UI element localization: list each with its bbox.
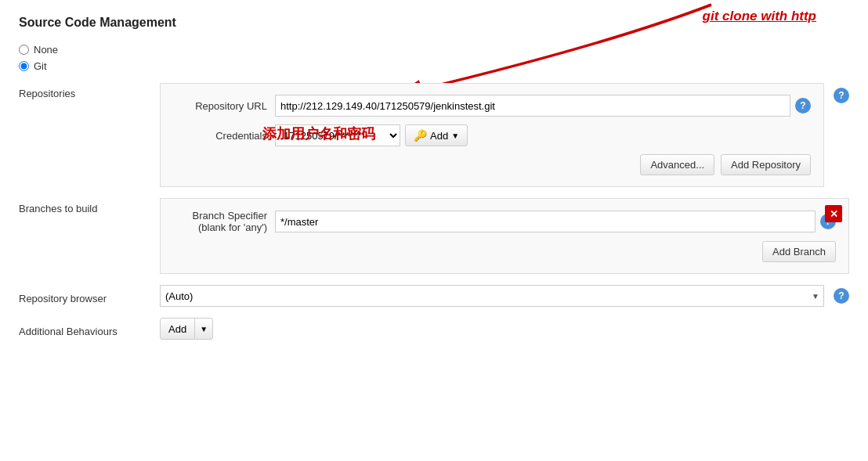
add-dropdown-arrow-icon: ▼ xyxy=(451,131,459,140)
repo-browser-help-icon[interactable]: ? xyxy=(834,288,849,304)
none-label[interactable]: None xyxy=(34,44,58,56)
add-behaviours-button[interactable]: Add ▼ xyxy=(160,318,213,340)
credentials-label: Credentials xyxy=(173,130,275,142)
annotation-wrapper: git clone with http Repository URL xyxy=(160,83,824,187)
repository-url-row: Repository URL ? xyxy=(173,95,811,117)
advanced-button[interactable]: Advanced... xyxy=(640,154,714,175)
git-radio-row: Git xyxy=(19,60,849,72)
add-behaviours-main-label: Add xyxy=(161,319,195,339)
repositories-content: git clone with http Repository URL xyxy=(160,83,824,187)
branches-label: Branches to build xyxy=(19,198,160,214)
additional-behaviours-content: Add ▼ xyxy=(160,318,849,340)
add-behaviours-dropdown-icon: ▼ xyxy=(195,319,212,339)
branch-specifier-input[interactable] xyxy=(275,211,816,232)
git-clone-annotation: git clone with http xyxy=(703,9,816,24)
git-radio[interactable] xyxy=(19,61,29,71)
repo-browser-select-wrapper: (Auto) xyxy=(160,285,824,307)
repo-browser-content: (Auto) xyxy=(160,285,824,307)
remove-branch-button[interactable]: ✕ xyxy=(825,205,842,222)
repository-url-input[interactable] xyxy=(275,95,790,117)
repositories-row: Repositories git clone with http xyxy=(19,83,849,187)
branch-buttons: Add Branch xyxy=(173,241,836,262)
git-label[interactable]: Git xyxy=(34,60,47,72)
add-branch-button[interactable]: Add Branch xyxy=(762,241,836,262)
add-label: Add xyxy=(430,130,448,142)
annotation-chinese-text: 添加用户名和密码 xyxy=(262,124,375,143)
repo-browser-label: Repository browser xyxy=(19,288,160,304)
repositories-help-icon[interactable]: ? xyxy=(834,88,849,103)
repo-browser-select[interactable]: (Auto) xyxy=(160,285,824,307)
repo-browser-row: Repository browser (Auto) ? xyxy=(19,285,849,307)
repositories-label: Repositories xyxy=(19,83,160,99)
branches-content: ✕ Branch Specifier (blank for 'any') ? A… xyxy=(160,198,849,274)
repositories-inner-box: Repository URL ? Credentials 171250579/*… xyxy=(160,83,824,187)
additional-behaviours-row: Additional Behaviours Add ▼ xyxy=(19,318,849,340)
repository-buttons: Advanced... Add Repository xyxy=(173,154,811,175)
credentials-add-button[interactable]: 🔑 Add ▼ xyxy=(405,124,468,146)
repository-url-help-icon[interactable]: ? xyxy=(795,98,811,113)
additional-behaviours-label: Additional Behaviours xyxy=(19,321,160,337)
none-radio-row: None xyxy=(19,44,849,56)
repository-url-label: Repository URL xyxy=(173,100,275,112)
branch-specifier-row: Branch Specifier (blank for 'any') ? xyxy=(173,210,836,233)
branches-row: Branches to build ✕ Branch Specifier (bl… xyxy=(19,198,849,274)
add-repository-button[interactable]: Add Repository xyxy=(721,154,811,175)
branches-inner-box: ✕ Branch Specifier (blank for 'any') ? A… xyxy=(160,198,849,274)
key-icon: 🔑 xyxy=(414,129,427,142)
none-radio[interactable] xyxy=(19,45,29,55)
branch-specifier-label: Branch Specifier (blank for 'any') xyxy=(173,210,275,233)
